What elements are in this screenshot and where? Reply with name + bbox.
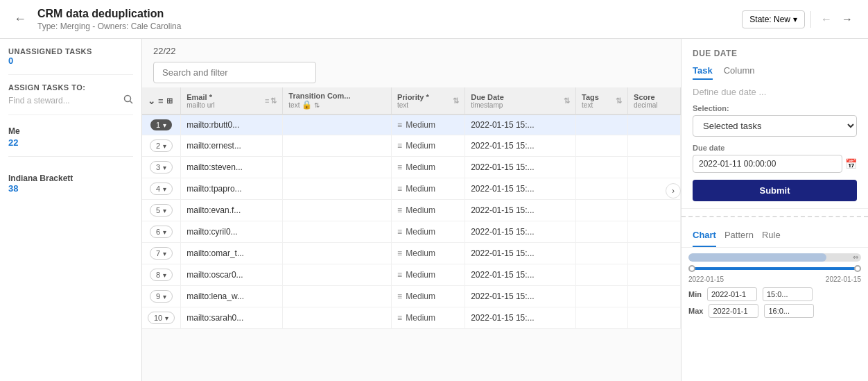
row-score bbox=[628, 115, 681, 135]
range-right-handle[interactable] bbox=[854, 265, 861, 272]
row-email: mailto:lena_w... bbox=[181, 286, 283, 307]
th-duedate-sort[interactable]: ⇅ bbox=[564, 96, 570, 105]
row-chevron-icon: ▾ bbox=[163, 228, 166, 236]
row-priority: ≡ Medium bbox=[391, 221, 465, 243]
row-number[interactable]: 6 ▾ bbox=[150, 226, 173, 238]
max-date-input[interactable] bbox=[709, 304, 758, 318]
search-steward-button[interactable] bbox=[123, 94, 133, 106]
th-tags: Tags text ⇅ bbox=[576, 87, 628, 115]
row-number[interactable]: 9 ▾ bbox=[150, 290, 173, 303]
row-tags bbox=[576, 221, 628, 243]
th-priority-subtext: text bbox=[397, 101, 429, 109]
th-menu-icon[interactable]: ≡ bbox=[265, 96, 269, 105]
divider bbox=[810, 11, 811, 28]
calendar-icon[interactable]: 📅 bbox=[845, 158, 857, 169]
th-tags-subtext: text bbox=[582, 101, 599, 109]
row-chevron-icon: ▾ bbox=[163, 185, 166, 193]
chart-resize-icon[interactable]: ⇔ bbox=[853, 253, 858, 261]
max-time-input[interactable] bbox=[764, 304, 814, 318]
row-transition bbox=[283, 157, 392, 178]
row-check-cell: 7 ▾ bbox=[142, 243, 181, 264]
table-row: 6 ▾ mailto:cyril0... ≡ Medium 2022-01-15… bbox=[142, 221, 681, 243]
row-email: mailto:rbutt0... bbox=[181, 115, 283, 135]
tab-task[interactable]: Task bbox=[693, 65, 713, 80]
row-score bbox=[628, 243, 681, 264]
row-check-cell: 9 ▾ bbox=[142, 286, 181, 307]
tab-column[interactable]: Column bbox=[724, 65, 755, 80]
row-priority: ≡ Medium bbox=[391, 264, 465, 286]
th-score: Score decimal bbox=[628, 87, 681, 115]
row-number[interactable]: 8 ▾ bbox=[150, 269, 173, 281]
sidebar: UNASSIGNED TASKS 0 ASSIGN TASKS TO: Find… bbox=[0, 39, 142, 381]
priority-dot-icon: ≡ bbox=[397, 227, 402, 237]
min-label: Min bbox=[688, 290, 702, 298]
min-time-input[interactable] bbox=[763, 287, 813, 301]
th-sort-icon[interactable]: ⇅ bbox=[270, 96, 277, 105]
range-max-label: 2022-01-15 bbox=[826, 276, 861, 283]
row-duedate: 2022-01-15 15:... bbox=[465, 264, 576, 286]
min-max-row: Min bbox=[688, 287, 861, 301]
task-col-tabs: Task Column bbox=[693, 65, 857, 80]
right-panel: DUE DATE Task Column Define due date ...… bbox=[681, 39, 868, 381]
due-date-field[interactable] bbox=[693, 155, 842, 173]
unassigned-section: UNASSIGNED TASKS 0 bbox=[8, 47, 133, 66]
row-tags bbox=[576, 115, 628, 135]
find-steward-placeholder: Find a steward... bbox=[8, 96, 70, 105]
row-chevron-icon: ▾ bbox=[163, 271, 166, 279]
row-priority: ≡ Medium bbox=[391, 115, 465, 135]
page-subtitle: Type: Merging - Owners: Cale Carolina bbox=[37, 22, 181, 31]
row-score bbox=[628, 264, 681, 286]
row-number[interactable]: 5 ▾ bbox=[150, 204, 173, 217]
table-row: 3 ▾ mailto:steven... ≡ Medium 2022-01-15… bbox=[142, 157, 681, 178]
row-duedate: 2022-01-15 15:... bbox=[465, 286, 576, 307]
select-all-icon[interactable]: ⌄ bbox=[148, 96, 155, 106]
col-layout-icon[interactable]: ⊞ bbox=[166, 96, 173, 105]
top-bar-right: State: New ▾ ← → bbox=[742, 10, 857, 28]
row-duedate: 2022-01-15 15:... bbox=[465, 157, 576, 178]
me-count[interactable]: 22 bbox=[8, 137, 133, 148]
row-number[interactable]: 3 ▾ bbox=[150, 161, 173, 173]
col-options-icon[interactable]: ≡ bbox=[158, 96, 164, 106]
state-button[interactable]: State: New ▾ bbox=[742, 10, 805, 28]
th-transition-sort[interactable]: ⇅ bbox=[314, 101, 320, 109]
submit-button[interactable]: Submit bbox=[693, 180, 857, 201]
row-chevron-icon: ▾ bbox=[163, 164, 166, 171]
row-number[interactable]: 7 ▾ bbox=[150, 247, 173, 260]
table-row: 7 ▾ mailto:omar_t... ≡ Medium 2022-01-15… bbox=[142, 243, 681, 264]
row-check-cell: 2 ▾ bbox=[142, 135, 181, 157]
range-left-handle[interactable] bbox=[688, 265, 695, 272]
user-count[interactable]: 38 bbox=[8, 183, 133, 194]
row-number[interactable]: 4 ▾ bbox=[150, 183, 173, 195]
tab-rule[interactable]: Rule bbox=[762, 224, 781, 247]
row-number[interactable]: 2 ▾ bbox=[150, 139, 173, 152]
row-number[interactable]: 10 ▾ bbox=[148, 312, 175, 324]
search-input[interactable] bbox=[153, 62, 316, 83]
th-email: Email * mailto url ≡ ⇅ bbox=[181, 87, 283, 115]
row-priority: ≡ Medium bbox=[391, 243, 465, 264]
row-duedate: 2022-01-15 15:... bbox=[465, 135, 576, 157]
back-button[interactable]: ← bbox=[11, 9, 29, 29]
range-slider-container bbox=[691, 267, 858, 270]
th-tags-sort[interactable]: ⇅ bbox=[616, 96, 622, 105]
expand-panel-button[interactable]: › bbox=[666, 183, 681, 198]
tab-pattern[interactable]: Pattern bbox=[724, 224, 754, 247]
sidebar-divider-1 bbox=[8, 74, 133, 75]
unassigned-count[interactable]: 0 bbox=[8, 56, 133, 66]
row-check-cell: 3 ▾ bbox=[142, 157, 181, 178]
priority-dot-icon: ≡ bbox=[397, 162, 402, 172]
min-date-input[interactable] bbox=[707, 287, 757, 301]
row-score bbox=[628, 135, 681, 157]
row-tags bbox=[576, 178, 628, 200]
tasks-table: ⌄ ≡ ⊞ Email * mailto url bbox=[142, 87, 681, 329]
user-name: Indiana Brackett bbox=[8, 173, 133, 183]
nav-next-button[interactable]: → bbox=[837, 10, 857, 28]
th-email-subtext: mailto url bbox=[186, 101, 215, 109]
row-number[interactable]: 1 ▾ bbox=[150, 119, 172, 130]
nav-prev-button[interactable]: ← bbox=[817, 10, 836, 28]
chart-pattern-rule-tabs: Chart Pattern Rule bbox=[682, 224, 868, 248]
selection-dropdown[interactable]: Selected tasks All tasks Filtered tasks bbox=[693, 115, 857, 137]
page-title: CRM data deduplication bbox=[37, 8, 181, 20]
row-check-cell: 10 ▾ bbox=[142, 307, 181, 329]
tab-chart[interactable]: Chart bbox=[693, 224, 716, 247]
th-priority-sort[interactable]: ⇅ bbox=[453, 96, 459, 105]
